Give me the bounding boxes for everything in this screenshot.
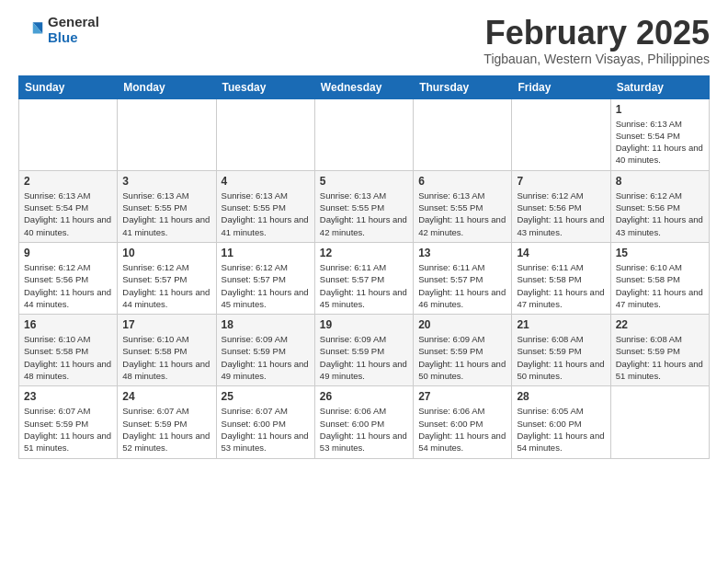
day-number: 2: [24, 175, 112, 188]
calendar-cell: [19, 98, 118, 170]
calendar-cell: 28Sunrise: 6:05 AM Sunset: 6:00 PM Dayli…: [512, 386, 610, 458]
calendar-cell: [610, 386, 709, 458]
day-info: Sunrise: 6:06 AM Sunset: 6:00 PM Dayligh…: [320, 405, 408, 454]
day-info: Sunrise: 6:13 AM Sunset: 5:55 PM Dayligh…: [122, 190, 210, 238]
calendar-cell: 15Sunrise: 6:10 AM Sunset: 5:58 PM Dayli…: [610, 242, 709, 314]
day-info: Sunrise: 6:07 AM Sunset: 5:59 PM Dayligh…: [24, 405, 112, 454]
day-info: Sunrise: 6:11 AM Sunset: 5:58 PM Dayligh…: [517, 261, 605, 310]
day-number: 4: [222, 175, 310, 188]
week-row-3: 9Sunrise: 6:12 AM Sunset: 5:56 PM Daylig…: [19, 242, 710, 314]
page-header: General Blue February 2025 Tigbauan, Wes…: [18, 15, 710, 66]
calendar-cell: 22Sunrise: 6:08 AM Sunset: 5:59 PM Dayli…: [610, 315, 709, 386]
calendar-cell: [314, 98, 413, 170]
day-number: 22: [616, 318, 704, 331]
day-number: 23: [24, 390, 112, 403]
location-title: Tigbauan, Western Visayas, Philippines: [483, 52, 710, 66]
logo: General Blue: [18, 15, 99, 45]
day-number: 15: [616, 247, 704, 259]
weekday-header-friday: Friday: [512, 75, 610, 98]
calendar-cell: 9Sunrise: 6:12 AM Sunset: 5:56 PM Daylig…: [19, 242, 118, 314]
day-info: Sunrise: 6:12 AM Sunset: 5:56 PM Dayligh…: [24, 261, 112, 310]
day-number: 9: [24, 247, 112, 259]
day-info: Sunrise: 6:07 AM Sunset: 6:00 PM Dayligh…: [222, 405, 310, 454]
day-number: 27: [418, 390, 506, 403]
day-number: 28: [517, 390, 605, 403]
day-info: Sunrise: 6:13 AM Sunset: 5:54 PM Dayligh…: [616, 118, 704, 167]
day-number: 24: [122, 390, 210, 403]
calendar-cell: 6Sunrise: 6:13 AM Sunset: 5:55 PM Daylig…: [414, 170, 512, 242]
day-info: Sunrise: 6:12 AM Sunset: 5:57 PM Dayligh…: [122, 261, 210, 310]
calendar-cell: 27Sunrise: 6:06 AM Sunset: 6:00 PM Dayli…: [414, 386, 512, 458]
calendar-cell: 26Sunrise: 6:06 AM Sunset: 6:00 PM Dayli…: [314, 386, 413, 458]
day-number: 6: [418, 175, 506, 188]
day-number: 3: [122, 175, 210, 188]
calendar-cell: 24Sunrise: 6:07 AM Sunset: 5:59 PM Dayli…: [118, 386, 216, 458]
day-info: Sunrise: 6:13 AM Sunset: 5:55 PM Dayligh…: [320, 190, 408, 238]
logo-text: General Blue: [48, 15, 99, 45]
day-info: Sunrise: 6:09 AM Sunset: 5:59 PM Dayligh…: [418, 333, 506, 382]
calendar-cell: 16Sunrise: 6:10 AM Sunset: 5:58 PM Dayli…: [19, 315, 118, 386]
logo-icon: [18, 17, 44, 43]
weekday-header-monday: Monday: [118, 75, 216, 98]
weekday-header-wednesday: Wednesday: [314, 75, 413, 98]
day-info: Sunrise: 6:09 AM Sunset: 5:59 PM Dayligh…: [320, 333, 408, 382]
calendar-cell: [414, 98, 512, 170]
day-number: 19: [320, 318, 408, 331]
day-number: 1: [616, 103, 704, 116]
calendar-cell: 3Sunrise: 6:13 AM Sunset: 5:55 PM Daylig…: [118, 170, 216, 242]
title-block: February 2025 Tigbauan, Western Visayas,…: [483, 15, 710, 66]
calendar-cell: [512, 98, 610, 170]
day-info: Sunrise: 6:12 AM Sunset: 5:57 PM Dayligh…: [222, 261, 310, 310]
day-number: 25: [222, 390, 310, 403]
day-number: 13: [418, 247, 506, 259]
logo-blue: Blue: [48, 30, 99, 46]
day-number: 14: [517, 247, 605, 259]
calendar-cell: 5Sunrise: 6:13 AM Sunset: 5:55 PM Daylig…: [314, 170, 413, 242]
weekday-header-sunday: Sunday: [19, 75, 118, 98]
weekday-header-thursday: Thursday: [414, 75, 512, 98]
day-number: 8: [616, 175, 704, 188]
weekday-header-tuesday: Tuesday: [216, 75, 314, 98]
day-info: Sunrise: 6:09 AM Sunset: 5:59 PM Dayligh…: [222, 333, 310, 382]
day-info: Sunrise: 6:06 AM Sunset: 6:00 PM Dayligh…: [418, 405, 506, 454]
week-row-1: 1Sunrise: 6:13 AM Sunset: 5:54 PM Daylig…: [19, 98, 710, 170]
calendar-cell: 14Sunrise: 6:11 AM Sunset: 5:58 PM Dayli…: [512, 242, 610, 314]
day-info: Sunrise: 6:13 AM Sunset: 5:54 PM Dayligh…: [24, 190, 112, 238]
calendar-cell: 1Sunrise: 6:13 AM Sunset: 5:54 PM Daylig…: [610, 98, 709, 170]
day-info: Sunrise: 6:12 AM Sunset: 5:56 PM Dayligh…: [517, 190, 605, 238]
calendar-cell: 10Sunrise: 6:12 AM Sunset: 5:57 PM Dayli…: [118, 242, 216, 314]
calendar-cell: 11Sunrise: 6:12 AM Sunset: 5:57 PM Dayli…: [216, 242, 314, 314]
calendar-cell: 4Sunrise: 6:13 AM Sunset: 5:55 PM Daylig…: [216, 170, 314, 242]
day-number: 10: [122, 247, 210, 259]
day-number: 11: [222, 247, 310, 259]
calendar-cell: 21Sunrise: 6:08 AM Sunset: 5:59 PM Dayli…: [512, 315, 610, 386]
day-info: Sunrise: 6:10 AM Sunset: 5:58 PM Dayligh…: [616, 261, 704, 310]
day-info: Sunrise: 6:11 AM Sunset: 5:57 PM Dayligh…: [320, 261, 408, 310]
day-info: Sunrise: 6:10 AM Sunset: 5:58 PM Dayligh…: [24, 333, 112, 382]
calendar-cell: 18Sunrise: 6:09 AM Sunset: 5:59 PM Dayli…: [216, 315, 314, 386]
day-number: 7: [517, 175, 605, 188]
week-row-2: 2Sunrise: 6:13 AM Sunset: 5:54 PM Daylig…: [19, 170, 710, 242]
calendar-cell: [216, 98, 314, 170]
day-number: 16: [24, 318, 112, 331]
day-number: 26: [320, 390, 408, 403]
day-info: Sunrise: 6:08 AM Sunset: 5:59 PM Dayligh…: [616, 333, 704, 382]
calendar-cell: 20Sunrise: 6:09 AM Sunset: 5:59 PM Dayli…: [414, 315, 512, 386]
day-number: 20: [418, 318, 506, 331]
calendar-cell: 12Sunrise: 6:11 AM Sunset: 5:57 PM Dayli…: [314, 242, 413, 314]
day-info: Sunrise: 6:13 AM Sunset: 5:55 PM Dayligh…: [418, 190, 506, 238]
calendar-cell: 8Sunrise: 6:12 AM Sunset: 5:56 PM Daylig…: [610, 170, 709, 242]
calendar-cell: 25Sunrise: 6:07 AM Sunset: 6:00 PM Dayli…: [216, 386, 314, 458]
week-row-5: 23Sunrise: 6:07 AM Sunset: 5:59 PM Dayli…: [19, 386, 710, 458]
calendar-cell: 19Sunrise: 6:09 AM Sunset: 5:59 PM Dayli…: [314, 315, 413, 386]
weekday-header-saturday: Saturday: [610, 75, 709, 98]
calendar-cell: 17Sunrise: 6:10 AM Sunset: 5:58 PM Dayli…: [118, 315, 216, 386]
day-number: 21: [517, 318, 605, 331]
day-info: Sunrise: 6:13 AM Sunset: 5:55 PM Dayligh…: [222, 190, 310, 238]
day-number: 5: [320, 175, 408, 188]
calendar-cell: 13Sunrise: 6:11 AM Sunset: 5:57 PM Dayli…: [414, 242, 512, 314]
calendar-cell: [118, 98, 216, 170]
day-info: Sunrise: 6:08 AM Sunset: 5:59 PM Dayligh…: [517, 333, 605, 382]
month-title: February 2025: [483, 15, 710, 52]
day-number: 12: [320, 247, 408, 259]
